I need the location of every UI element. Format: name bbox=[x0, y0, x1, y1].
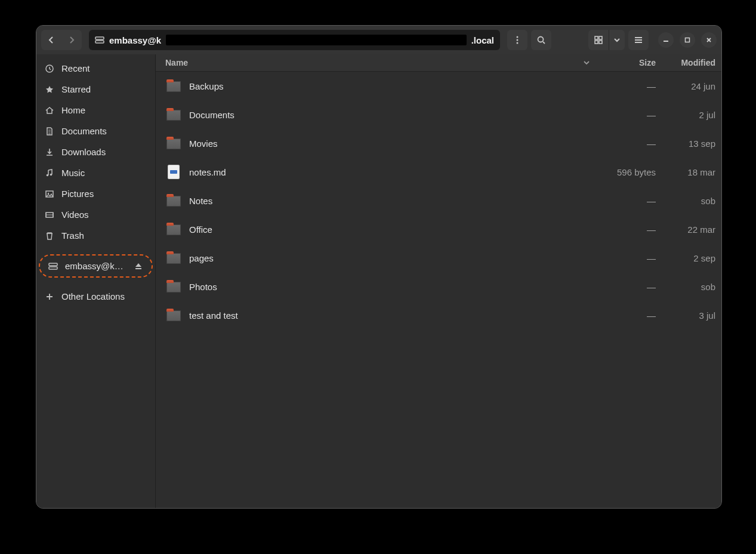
file-name-cell: pages bbox=[165, 250, 596, 266]
column-header-name[interactable]: Name bbox=[165, 58, 596, 67]
file-row[interactable]: Office—22 mar bbox=[156, 215, 721, 244]
file-row[interactable]: Notes—sob bbox=[156, 186, 721, 215]
sidebar-item-home[interactable]: Home bbox=[36, 100, 155, 121]
file-name: Movies bbox=[189, 138, 218, 149]
video-icon bbox=[45, 210, 54, 220]
sidebar-item-label: Recent bbox=[61, 63, 147, 73]
file-name: Photos bbox=[189, 282, 217, 292]
file-name-cell: Backups bbox=[165, 78, 596, 94]
hamburger-icon bbox=[634, 35, 643, 45]
svg-rect-17 bbox=[49, 263, 57, 266]
column-header-modified[interactable]: Modified bbox=[662, 58, 715, 67]
sidebar-item-label: Videos bbox=[61, 210, 147, 220]
file-row[interactable]: Movies—13 sep bbox=[156, 129, 721, 158]
minimize-button[interactable] bbox=[658, 32, 674, 48]
header-bar: embassy@k .local bbox=[36, 26, 721, 54]
music-icon bbox=[45, 168, 54, 178]
file-row[interactable]: Backups—24 jun bbox=[156, 72, 721, 100]
path-bar[interactable]: embassy@k .local bbox=[89, 30, 500, 50]
document-icon bbox=[45, 127, 54, 136]
file-modified: 24 jun bbox=[662, 81, 715, 91]
close-button[interactable] bbox=[701, 32, 717, 48]
svg-point-2 bbox=[517, 36, 519, 38]
svg-point-12 bbox=[47, 174, 49, 176]
path-menu-button[interactable] bbox=[507, 30, 527, 50]
file-name: pages bbox=[189, 253, 214, 263]
sidebar-item-downloads[interactable]: Downloads bbox=[36, 141, 155, 162]
folder-icon bbox=[165, 106, 182, 123]
eject-button[interactable] bbox=[134, 261, 143, 271]
file-name: test and test bbox=[189, 310, 238, 321]
server-icon bbox=[95, 35, 104, 45]
chevron-right-icon bbox=[67, 35, 76, 45]
view-options-button[interactable] bbox=[609, 30, 625, 50]
column-label: Modified bbox=[681, 58, 715, 67]
folder-icon bbox=[165, 221, 182, 238]
file-modified: 13 sep bbox=[662, 138, 715, 149]
sidebar-item-pictures[interactable]: Pictures bbox=[36, 183, 155, 204]
path-prefix: embassy@k bbox=[109, 35, 161, 45]
svg-rect-1 bbox=[95, 41, 104, 43]
file-list[interactable]: Backups—24 junDocuments—2 julMovies—13 s… bbox=[156, 72, 721, 508]
sidebar: RecentStarredHomeDocumentsDownloadsMusic… bbox=[36, 54, 156, 508]
file-name-cell: Movies bbox=[165, 135, 596, 152]
hamburger-menu-button[interactable] bbox=[628, 30, 649, 50]
clock-icon bbox=[45, 64, 54, 73]
file-row[interactable]: notes.md596 bytes18 mar bbox=[156, 158, 721, 186]
svg-rect-18 bbox=[49, 267, 57, 269]
file-size: — bbox=[596, 196, 662, 206]
folder-icon bbox=[165, 278, 182, 295]
svg-rect-9 bbox=[599, 41, 602, 44]
file-name: notes.md bbox=[189, 167, 226, 177]
sidebar-item-documents[interactable]: Documents bbox=[36, 121, 155, 141]
file-name: Notes bbox=[189, 196, 212, 206]
folder-icon bbox=[165, 135, 182, 152]
sidebar-other-locations[interactable]: Other Locations bbox=[36, 286, 155, 307]
svg-rect-6 bbox=[595, 36, 598, 39]
sidebar-item-music[interactable]: Music bbox=[36, 162, 155, 183]
kebab-icon bbox=[513, 35, 522, 45]
sort-desc-icon bbox=[583, 59, 590, 66]
svg-point-13 bbox=[50, 173, 53, 176]
chevron-down-icon bbox=[612, 35, 622, 45]
file-name-cell: Documents bbox=[165, 106, 596, 123]
maximize-icon bbox=[684, 36, 691, 44]
sidebar-item-trash[interactable]: Trash bbox=[36, 225, 155, 246]
sidebar-item-videos[interactable]: Videos bbox=[36, 204, 155, 225]
sidebar-item-label: Pictures bbox=[61, 189, 147, 199]
sidebar-item-label: Other Locations bbox=[61, 291, 147, 301]
folder-icon bbox=[165, 250, 182, 266]
folder-icon bbox=[165, 307, 182, 324]
maximize-button[interactable] bbox=[680, 32, 695, 48]
file-row[interactable]: Documents—2 jul bbox=[156, 100, 721, 129]
sidebar-item-starred[interactable]: Starred bbox=[36, 79, 155, 100]
minimize-icon bbox=[662, 36, 669, 44]
column-label: Size bbox=[639, 58, 656, 67]
file-modified: 18 mar bbox=[662, 167, 715, 177]
file-size: — bbox=[596, 110, 662, 120]
file-size: 596 bytes bbox=[596, 167, 662, 177]
sidebar-mount-highlight: embassy@k… bbox=[39, 254, 153, 278]
file-modified: 2 jul bbox=[662, 110, 715, 120]
close-icon bbox=[705, 36, 712, 44]
file-row[interactable]: Photos—sob bbox=[156, 272, 721, 301]
sidebar-item-label: Trash bbox=[61, 230, 147, 241]
file-size: — bbox=[596, 224, 662, 235]
icon-view-button[interactable] bbox=[588, 30, 609, 50]
svg-point-3 bbox=[517, 39, 519, 41]
folder-icon bbox=[165, 192, 182, 209]
sidebar-mount[interactable]: embassy@k… bbox=[40, 256, 152, 276]
file-row[interactable]: pages—2 sep bbox=[156, 244, 721, 272]
file-name-cell: Photos bbox=[165, 278, 596, 295]
sidebar-item-label: Starred bbox=[61, 84, 147, 94]
back-button[interactable] bbox=[41, 30, 61, 50]
file-list-pane: Name Size Modified Backups—24 junDocumen… bbox=[156, 54, 721, 508]
search-button[interactable] bbox=[531, 30, 551, 50]
file-row[interactable]: test and test—3 jul bbox=[156, 301, 721, 330]
chevron-left-icon bbox=[47, 35, 56, 45]
file-name-cell: test and test bbox=[165, 307, 596, 324]
sidebar-item-recent[interactable]: Recent bbox=[36, 58, 155, 79]
column-header-size[interactable]: Size bbox=[596, 58, 662, 67]
column-headers: Name Size Modified bbox=[156, 54, 721, 72]
forward-button[interactable] bbox=[61, 30, 82, 50]
